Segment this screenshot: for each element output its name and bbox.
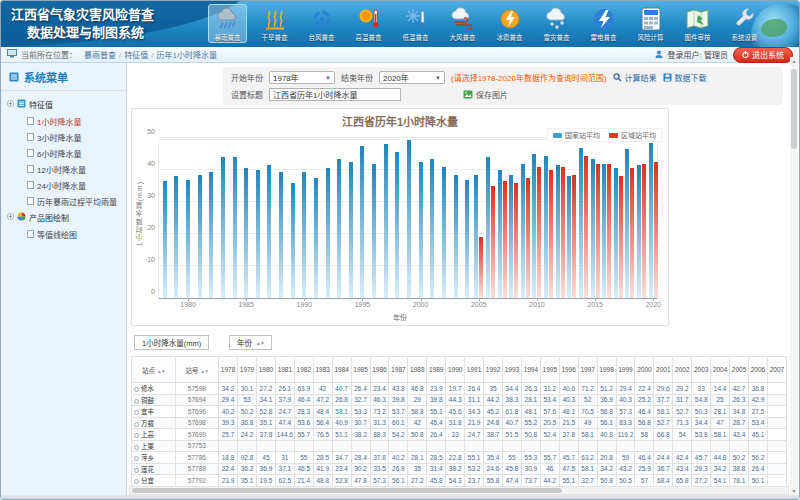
legend-item[interactable]: 国家站平均 bbox=[553, 130, 600, 140]
breadcrumb-link[interactable]: 暴雨普查 bbox=[84, 51, 116, 60]
value-cell-57698-2000: 56.8 bbox=[635, 417, 654, 429]
sidebar-item-feature-3[interactable]: 12小时降水量 bbox=[3, 161, 124, 177]
tree-expand-icon[interactable] bbox=[7, 213, 14, 222]
toolbar-item-high-temp[interactable]: 高温普查 bbox=[349, 4, 388, 43]
column-header-year-1987[interactable]: 1987 bbox=[389, 357, 408, 383]
column-header-year-1983[interactable]: 1983 bbox=[313, 357, 332, 383]
toolbar-item-rainstorm[interactable]: 暴雨普查 bbox=[208, 4, 247, 43]
column-header-year-1982[interactable]: 1982 bbox=[294, 357, 313, 383]
vertical-scrollbar[interactable]: ▲ ▼ bbox=[790, 57, 798, 495]
save-image-button[interactable]: 保存图片 bbox=[463, 89, 508, 100]
column-header-year-1994[interactable]: 1994 bbox=[521, 357, 540, 383]
toolbar-item-snow[interactable]: 雪灾普查 bbox=[537, 4, 576, 43]
column-header-year-1996[interactable]: 1996 bbox=[559, 357, 578, 383]
sidebar-item-feature-5[interactable]: 历年暴雨过程平均雨量 bbox=[3, 193, 124, 209]
value-cell-57598-1980: 27.2 bbox=[256, 383, 275, 395]
document-icon bbox=[27, 181, 34, 189]
toolbar-item-map-audit[interactable]: 图件审核 bbox=[678, 4, 717, 43]
row-expand-icon[interactable] bbox=[134, 399, 139, 404]
column-header-year-2003[interactable]: 2003 bbox=[692, 357, 711, 383]
column-header-year-2005[interactable]: 2005 bbox=[730, 357, 749, 383]
row-expand-icon[interactable] bbox=[134, 433, 139, 438]
tree-expand-icon[interactable] bbox=[7, 100, 14, 109]
end-year-select[interactable]: 2020年▼ bbox=[379, 71, 445, 84]
table-measure-box[interactable]: 1小时降水量(mm) bbox=[134, 335, 209, 350]
start-year-select[interactable]: 1978年▼ bbox=[269, 71, 335, 84]
column-header-year-1998[interactable]: 1998 bbox=[597, 357, 616, 383]
station-name-cell[interactable]: 萍乡 bbox=[132, 452, 176, 464]
toolbar-item-calculator[interactable]: 风险计算 bbox=[631, 4, 670, 43]
column-header-year-1980[interactable]: 1980 bbox=[256, 357, 275, 383]
sidebar-item-product-0[interactable]: 等值线绘图 bbox=[3, 226, 124, 242]
column-header-year-2000[interactable]: 2000 bbox=[635, 357, 654, 383]
column-header-year-1986[interactable]: 1986 bbox=[370, 357, 389, 383]
value-cell-57698-1994: 55.2 bbox=[521, 417, 540, 429]
column-header-year-1990[interactable]: 1990 bbox=[446, 357, 465, 383]
column-header-year-1984[interactable]: 1984 bbox=[332, 357, 351, 383]
column-header-year-1981[interactable]: 1981 bbox=[275, 357, 294, 383]
row-expand-icon[interactable] bbox=[134, 445, 139, 450]
column-header-year-1997[interactable]: 1997 bbox=[578, 357, 597, 383]
station-name-cell[interactable]: 上栗 bbox=[132, 440, 176, 452]
station-name-cell[interactable]: 修水 bbox=[132, 383, 176, 395]
column-header-year-2007[interactable]: 2007 bbox=[767, 357, 786, 383]
value-cell-57788-1978: 22.4 bbox=[219, 463, 238, 475]
column-header-year-2001[interactable]: 2001 bbox=[654, 357, 673, 383]
row-expand-icon[interactable] bbox=[134, 387, 139, 392]
sidebar-item-feature-0[interactable]: 1小时降水量 bbox=[3, 113, 124, 129]
toolbar-item-wrench[interactable]: 系统设置 bbox=[725, 4, 764, 43]
column-header-station-id[interactable]: 站号 ▲▼ bbox=[175, 357, 219, 383]
table-pivot-year-box[interactable]: 年份▲▼ bbox=[229, 335, 272, 350]
toolbar-item-low-temp[interactable]: 低温普查 bbox=[396, 4, 435, 43]
scroll-up-icon[interactable]: ▲ bbox=[790, 58, 798, 64]
toolbar-item-typhoon[interactable]: 台风普查 bbox=[302, 4, 341, 43]
column-header-year-1993[interactable]: 1993 bbox=[502, 357, 521, 383]
station-name-cell[interactable]: 万载 bbox=[132, 417, 176, 429]
station-name-cell[interactable]: 莲花 bbox=[132, 463, 176, 475]
horizontal-scrollbar[interactable] bbox=[129, 486, 789, 495]
station-name-cell[interactable]: 分宜 bbox=[132, 475, 176, 487]
column-header-year-1985[interactable]: 1985 bbox=[351, 357, 370, 383]
horizontal-scroll-thumb[interactable] bbox=[132, 488, 562, 493]
column-header-year-1989[interactable]: 1989 bbox=[427, 357, 446, 383]
table-row-57788: 莲花5778822.436.236.937.146.541.923.430.23… bbox=[132, 463, 787, 475]
column-header-year-2004[interactable]: 2004 bbox=[711, 357, 730, 383]
breadcrumb-link[interactable]: 历年1小时降水量 bbox=[156, 51, 216, 60]
column-header-year-1999[interactable]: 1999 bbox=[616, 357, 635, 383]
chart-title-input[interactable]: 江西省历年1小时降水量 bbox=[269, 88, 401, 101]
calculate-button[interactable]: 计算结果 bbox=[613, 72, 657, 83]
toolbar-item-lightning[interactable]: 雷电普查 bbox=[584, 4, 623, 43]
sidebar-item-feature-1[interactable]: 3小时降水量 bbox=[3, 129, 124, 145]
toolbar-item-drought[interactable]: 干旱普查 bbox=[255, 4, 294, 43]
row-expand-icon[interactable] bbox=[134, 468, 139, 473]
vertical-scroll-thumb[interactable] bbox=[791, 69, 797, 149]
toolbar-item-wind[interactable]: 大风普查 bbox=[443, 4, 482, 43]
column-header-year-1991[interactable]: 1991 bbox=[465, 357, 484, 383]
breadcrumb-link[interactable]: 特征值 bbox=[124, 51, 148, 60]
row-expand-icon[interactable] bbox=[134, 479, 139, 484]
download-button[interactable]: 数据下载 bbox=[663, 72, 707, 83]
column-header-station[interactable]: 站点 ▲▼ bbox=[132, 357, 176, 383]
column-header-year-1988[interactable]: 1988 bbox=[408, 357, 427, 383]
station-name-cell[interactable]: 上高 bbox=[132, 429, 176, 441]
row-expand-icon[interactable] bbox=[134, 422, 139, 427]
x-axis-tick: 1985 bbox=[238, 301, 254, 308]
scroll-down-icon[interactable]: ▼ bbox=[790, 488, 798, 494]
column-header-year-1992[interactable]: 1992 bbox=[484, 357, 503, 383]
column-header-year-1995[interactable]: 1995 bbox=[540, 357, 559, 383]
column-header-year-1979[interactable]: 1979 bbox=[238, 357, 257, 383]
sidebar-group-feature[interactable]: 特征值 bbox=[3, 96, 124, 113]
column-header-year-2006[interactable]: 2006 bbox=[749, 357, 768, 383]
station-name-cell[interactable]: 铜鼓 bbox=[132, 394, 176, 406]
column-header-year-1978[interactable]: 1978 bbox=[219, 357, 238, 383]
sidebar-item-feature-2[interactable]: 6小时降水量 bbox=[3, 145, 124, 161]
row-expand-icon[interactable] bbox=[134, 456, 139, 461]
logout-button[interactable]: 退出系统 bbox=[733, 47, 793, 63]
toolbar-item-hail[interactable]: 冰雹普查 bbox=[490, 4, 529, 43]
sidebar-item-feature-4[interactable]: 24小时降水量 bbox=[3, 177, 124, 193]
column-header-year-2002[interactable]: 2002 bbox=[673, 357, 692, 383]
row-expand-icon[interactable] bbox=[134, 410, 139, 415]
legend-item[interactable]: 区域站平均 bbox=[609, 130, 656, 140]
station-name-cell[interactable]: 宜丰 bbox=[132, 406, 176, 418]
sidebar-group-product[interactable]: 产品图绘制 bbox=[3, 209, 124, 226]
